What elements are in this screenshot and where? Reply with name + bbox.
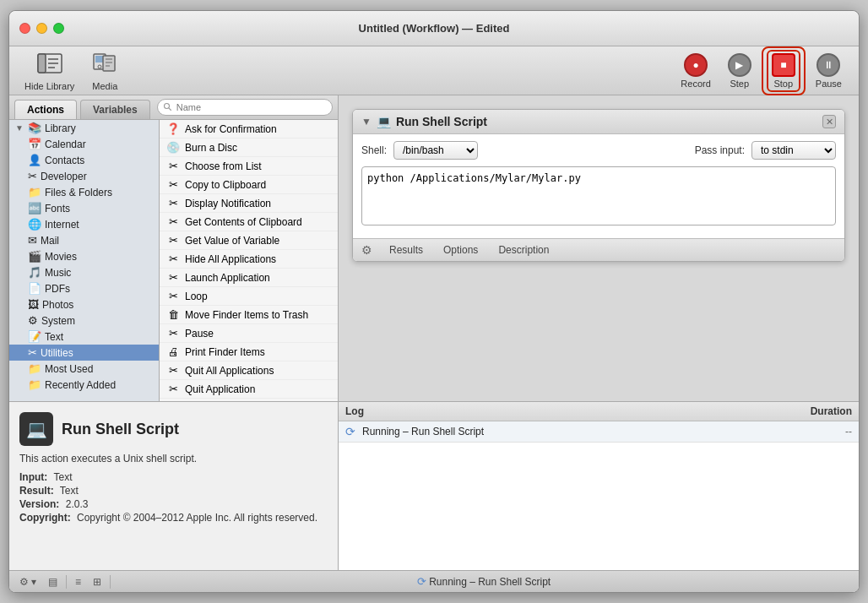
tab-variables[interactable]: Variables [80, 100, 150, 119]
script-textarea[interactable]: python /Applications/Mylar/Mylar.py [361, 166, 836, 225]
log-spinner-icon: ⟳ [345, 425, 355, 438]
action-hide-all-apps[interactable]: ✂ Hide All Applications [160, 250, 338, 269]
card-title: Run Shell Script [396, 115, 817, 128]
card-header: ▼ 💻 Run Shell Script ✕ [353, 110, 844, 134]
tab-actions[interactable]: Actions [14, 100, 77, 119]
action-burn-disc[interactable]: 💿 Burn a Disc [160, 139, 338, 157]
tree-item-pdfs[interactable]: 📄 PDFs [9, 280, 159, 296]
step-label: Step [730, 79, 749, 89]
stop-button[interactable]: ■ Stop [767, 50, 800, 92]
window-title: Untitled (Workflow) — Edited [359, 22, 510, 35]
stop-label: Stop [773, 79, 793, 89]
pause-icon: ⏸ [816, 53, 840, 77]
hide-library-button[interactable]: Hide Library [19, 47, 79, 95]
action-display-notification[interactable]: ✂ Display Notification [160, 194, 338, 213]
info-copyright-value: Copyright © 2004–2012 Apple Inc. All rig… [77, 512, 317, 524]
info-action-icon: 💻 [19, 412, 53, 446]
tree-item-utilities[interactable]: ✂ Utilities [9, 345, 159, 361]
options-button[interactable]: Options [440, 242, 481, 258]
card-action-icon: 💻 [377, 115, 391, 128]
record-label: Record [681, 79, 710, 89]
status-text: ⟳ Running – Run Shell Script [116, 575, 852, 588]
status-grid-button[interactable]: ⊞ [90, 574, 105, 589]
action-ask-confirmation[interactable]: ❓ Ask for Confirmation [160, 120, 338, 139]
main-window: Untitled (Workflow) — Edited Hide Librar… [8, 10, 860, 593]
tree-item-text[interactable]: 📝 Text [9, 329, 159, 345]
action-choose-list[interactable]: ✂ Choose from List [160, 157, 338, 176]
card-toggle-icon[interactable]: ▼ [361, 116, 372, 128]
tree-item-contacts[interactable]: 👤 Contacts [9, 152, 159, 168]
search-wrapper [157, 99, 333, 116]
record-icon: ● [684, 53, 708, 77]
hide-library-label: Hide Library [24, 81, 74, 91]
tree-item-most-used[interactable]: 📁 Most Used [9, 361, 159, 377]
status-settings-button[interactable]: ⚙ ▾ [16, 574, 40, 589]
status-separator-2 [110, 575, 111, 589]
view-icon: ≡ [75, 576, 81, 588]
action-pause[interactable]: ✂ Pause [160, 324, 338, 343]
action-print-finder[interactable]: 🖨 Print Finder Items [160, 343, 338, 361]
info-copyright-row: Copyright: Copyright © 2004–2012 Apple I… [19, 512, 328, 524]
card-gear-icon[interactable]: ⚙ [361, 243, 372, 257]
svg-rect-8 [103, 56, 115, 71]
workflow-area: ▼ 💻 Run Shell Script ✕ Shell: /bin/bash [339, 95, 859, 401]
step-button[interactable]: ▶ Step [721, 50, 758, 92]
running-spinner-icon: ⟳ [417, 575, 426, 588]
info-input-value: Text [53, 471, 72, 483]
left-top: ▼ 📚 Library 📅 Calendar 👤 Contacts [9, 120, 338, 401]
tree-item-fonts[interactable]: 🔤 Fonts [9, 200, 159, 216]
search-input[interactable] [157, 99, 333, 116]
tree-item-photos[interactable]: 🖼 Photos [9, 296, 159, 312]
info-version-row: Version: 2.0.3 [19, 498, 328, 510]
record-button[interactable]: ● Record [674, 50, 717, 92]
action-loop[interactable]: ✂ Loop [160, 287, 338, 306]
tree-item-music[interactable]: 🎵 Music [9, 264, 159, 280]
status-bar: ⚙ ▾ ▤ ≡ ⊞ ⟳ Running – Run Shell Script [9, 570, 859, 592]
pass-input-select[interactable]: to stdin [751, 141, 836, 160]
info-description: This action executes a Unix shell script… [19, 453, 328, 464]
tabs-row: Actions Variables [9, 95, 338, 120]
left-bottom-info: 💻 Run Shell Script This action executes … [9, 401, 338, 570]
list-icon: ▤ [48, 576, 57, 588]
tree-item-mail[interactable]: ✉ Mail [9, 232, 159, 248]
media-button[interactable]: Media [86, 47, 123, 95]
log-header-label: Log [345, 405, 784, 417]
log-row-duration: -- [784, 426, 852, 437]
gear-icon: ⚙ [19, 576, 29, 588]
tree-item-internet[interactable]: 🌐 Internet [9, 216, 159, 232]
action-move-trash[interactable]: 🗑 Move Finder Items to Trash [160, 306, 338, 324]
action-quit-all[interactable]: ✂ Quit All Applications [160, 361, 338, 380]
info-copyright-label: Copyright: [19, 512, 71, 524]
info-result-row: Result: Text [19, 485, 328, 497]
action-quit-app[interactable]: ✂ Quit Application [160, 380, 338, 399]
library-root-item[interactable]: ▼ 📚 Library [9, 120, 159, 136]
tree-item-system[interactable]: ⚙ System [9, 312, 159, 329]
tree-item-files-folders[interactable]: 📁 Files & Folders [9, 184, 159, 200]
minimize-button[interactable] [36, 23, 47, 34]
media-label: Media [92, 81, 117, 91]
maximize-button[interactable] [53, 23, 64, 34]
card-footer: ⚙ Results Options Description [353, 238, 844, 261]
status-view-button[interactable]: ≡ [72, 574, 84, 589]
recently-added-label: Recently Added [45, 379, 116, 391]
action-get-value-variable[interactable]: ✂ Get Value of Variable [160, 231, 338, 250]
pause-button[interactable]: ⏸ Pause [809, 50, 849, 92]
action-copy-clipboard[interactable]: ✂ Copy to Clipboard [160, 176, 338, 194]
log-row: ⟳ Running – Run Shell Script -- [339, 421, 859, 443]
shell-select[interactable]: /bin/bash [393, 141, 478, 160]
status-list-button[interactable]: ▤ [45, 574, 61, 589]
results-button[interactable]: Results [386, 242, 426, 258]
action-launch-app[interactable]: ✂ Launch Application [160, 269, 338, 287]
shell-script-card: ▼ 💻 Run Shell Script ✕ Shell: /bin/bash [352, 109, 845, 262]
svg-rect-1 [38, 54, 46, 73]
action-get-contents-clipboard[interactable]: ✂ Get Contents of Clipboard [160, 213, 338, 231]
tree-item-calendar[interactable]: 📅 Calendar [9, 136, 159, 152]
toolbar: Hide Library Media ● [9, 46, 859, 95]
tree-item-movies[interactable]: 🎬 Movies [9, 248, 159, 264]
tree-item-recently-added[interactable]: 📁 Recently Added [9, 377, 159, 393]
card-close-button[interactable]: ✕ [822, 115, 836, 128]
description-button[interactable]: Description [495, 242, 552, 258]
stop-button-wrapper: ■ Stop [762, 46, 806, 95]
close-button[interactable] [19, 23, 30, 34]
tree-item-developer[interactable]: ✂ Developer [9, 168, 159, 184]
